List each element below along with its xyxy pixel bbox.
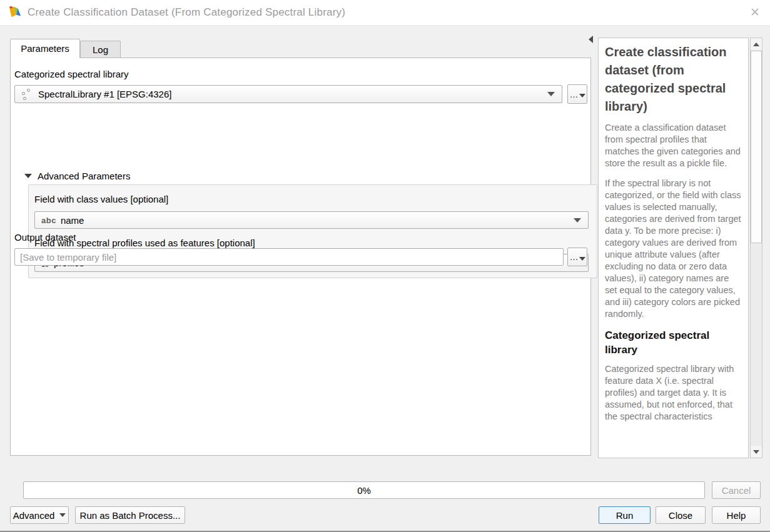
dialog-create-classification-dataset: { "window": { "title": "Create Classific… <box>0 0 770 532</box>
chevron-down-icon <box>547 92 555 96</box>
spectral-library-label: Categorized spectral library <box>14 69 129 79</box>
output-dataset-browse-button[interactable]: … <box>567 248 587 266</box>
scroll-up-icon[interactable] <box>751 38 762 50</box>
tab-parameters[interactable]: Parameters <box>10 39 80 58</box>
run-as-batch-button[interactable]: Run as Batch Process... <box>75 506 185 524</box>
help-paragraph: Categorized spectral library with featur… <box>605 363 742 423</box>
chevron-down-icon <box>574 218 581 223</box>
class-field-value: name <box>61 215 574 226</box>
help-subheading: Categorized spectral library <box>605 328 742 357</box>
output-dataset-input[interactable] <box>14 248 564 266</box>
advanced-parameters-label: Advanced Parameters <box>38 171 130 181</box>
help-panel-collapse-icon[interactable] <box>589 36 593 43</box>
chevron-down-icon <box>579 257 585 261</box>
help-button[interactable]: Help <box>712 506 761 524</box>
help-panel-scrollbar[interactable] <box>750 38 762 458</box>
help-paragraph: If the spectral library is not categoriz… <box>605 178 742 320</box>
scrollbar-thumb[interactable] <box>751 51 762 243</box>
parameters-panel: Categorized spectral library SpectralLib… <box>10 58 591 456</box>
chevron-down-icon <box>59 513 66 517</box>
text-field-icon: abc <box>41 216 56 225</box>
output-dataset-label: Output dataset <box>14 232 76 243</box>
spectral-library-value: SpectralLibrary #1 [EPSG:4326] <box>38 89 547 99</box>
ellipsis-icon: … <box>570 89 579 99</box>
triangle-down-icon <box>24 174 32 178</box>
help-title: Create classification dataset (from cate… <box>605 43 742 116</box>
vector-points-layer-icon <box>21 88 33 101</box>
app-logo-icon <box>8 6 22 19</box>
scroll-down-icon[interactable] <box>751 446 762 458</box>
ellipsis-icon: … <box>570 252 579 262</box>
title-bar: Create Classification Dataset (From Cate… <box>0 0 770 26</box>
advanced-menu-button[interactable]: Advanced <box>10 506 69 524</box>
class-field-label: Field with class values [optional] <box>34 194 168 204</box>
close-button[interactable]: Close <box>656 506 706 524</box>
run-button[interactable]: Run <box>599 506 651 524</box>
progress-bar: 0% <box>23 481 705 499</box>
close-icon[interactable]: ✕ <box>747 5 762 20</box>
chevron-down-icon <box>579 94 585 98</box>
progress-value: 0% <box>357 485 371 496</box>
class-field-combobox[interactable]: abc name <box>34 211 589 229</box>
advanced-menu-label: Advanced <box>13 510 55 521</box>
help-paragraph: Create a classification dataset from spe… <box>605 122 742 169</box>
spectral-library-combobox[interactable]: SpectralLibrary #1 [EPSG:4326] <box>14 85 562 103</box>
window-title: Create Classification Dataset (From Cate… <box>28 6 345 19</box>
spectral-library-browse-button[interactable]: … <box>567 84 587 104</box>
tab-log[interactable]: Log <box>80 41 121 58</box>
cancel-button[interactable]: Cancel <box>712 481 761 499</box>
advanced-parameters-expander[interactable]: Advanced Parameters <box>24 171 130 181</box>
help-panel: Create classification dataset (from cate… <box>598 38 749 458</box>
